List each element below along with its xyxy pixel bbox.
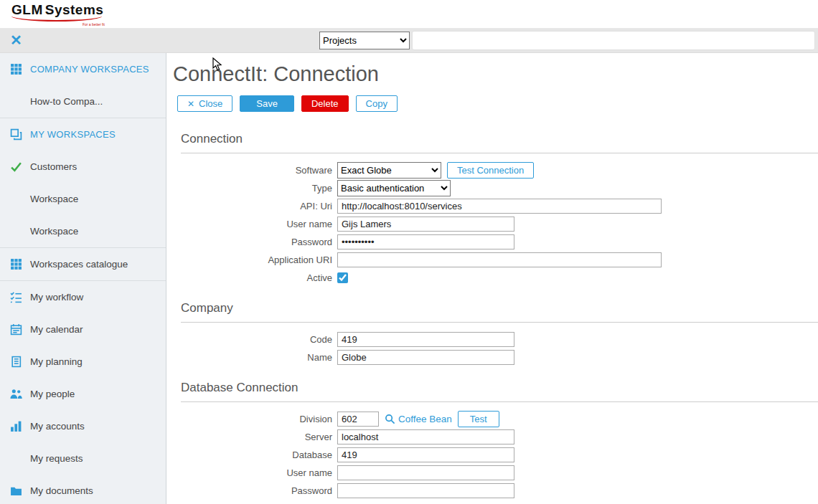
close-button[interactable]: ✕Close	[177, 95, 232, 112]
server-input[interactable]	[337, 429, 514, 444]
page-title: ConnectIt: Connection	[173, 62, 818, 86]
sidebar-item-label: Workspace	[30, 226, 78, 237]
workflow-checklist-icon	[10, 291, 30, 303]
logo-tagline: For a better fit	[11, 22, 105, 27]
sidebar-item-my-workflow[interactable]: My workflow	[0, 281, 166, 313]
form-row-name: Name	[173, 348, 818, 366]
calendar-icon	[10, 323, 30, 336]
accounts-icon	[10, 420, 30, 432]
sidebar-item-label: Workspace	[30, 194, 78, 204]
documents-folder-icon	[10, 485, 30, 497]
division-lookup-icon[interactable]	[385, 414, 395, 424]
sidebar-item-customers[interactable]: Customers	[0, 151, 166, 183]
form-row-code: Code	[173, 331, 818, 348]
application-uri-input[interactable]	[337, 252, 662, 267]
division-input[interactable]	[337, 412, 379, 427]
password-label: Password	[181, 237, 332, 247]
sidebar-item-label: My planning	[30, 356, 83, 367]
db-password-label: Password	[181, 485, 332, 496]
active-checkbox[interactable]	[337, 272, 348, 283]
sidebar-item-label: How-to Compa...	[30, 96, 103, 107]
sidebar-item-label: Workspaces catalogue	[30, 259, 128, 270]
division-value-link[interactable]: Coffee Bean	[398, 414, 452, 424]
form-row-application-uri: Application URI	[173, 251, 818, 269]
sidebar-item-label: COMPANY WORKSPACES	[30, 64, 149, 75]
form-row-division: Division Coffee Bean Test	[173, 410, 818, 428]
form-row-active: Active	[173, 269, 818, 287]
active-label: Active	[181, 272, 332, 283]
logo-name: GLM	[11, 2, 43, 17]
api-uri-label: API: Uri	[181, 201, 332, 211]
code-label: Code	[181, 334, 332, 345]
sidebar-item-my-people[interactable]: My people	[0, 378, 166, 410]
people-icon	[10, 388, 30, 400]
form-row-db-user-name: User name	[173, 464, 818, 482]
catalogue-grid-icon	[10, 258, 30, 270]
form-row-db-password: Password	[173, 482, 818, 500]
sidebar-item-label: Customers	[30, 161, 77, 172]
code-input[interactable]	[337, 332, 514, 347]
projects-dropdown[interactable]: Projects	[319, 32, 410, 49]
form-row-password: Password	[173, 233, 818, 251]
section-title-connection: Connection	[181, 132, 818, 153]
application-uri-label: Application URI	[181, 255, 332, 265]
db-user-name-input[interactable]	[337, 465, 514, 480]
name-label: Name	[181, 352, 332, 363]
form-row-status: Status	[173, 500, 818, 504]
sidebar-item-label: My documents	[30, 485, 93, 496]
db-password-input[interactable]	[337, 483, 514, 498]
sidebar-item-my-calendar[interactable]: My calendar	[0, 313, 166, 346]
sidebar-item-label: My workflow	[30, 292, 83, 303]
db-user-name-label: User name	[181, 467, 332, 478]
user-name-label: User name	[181, 219, 332, 229]
form-row-database: Database	[173, 446, 818, 464]
software-select[interactable]: Exact Globe	[337, 162, 441, 179]
form-row-server: Server	[173, 428, 818, 446]
toolbar-search-input[interactable]	[412, 31, 815, 50]
test-connection-button[interactable]: Test Connection	[447, 162, 534, 179]
api-uri-input[interactable]	[337, 199, 662, 214]
close-panel-icon[interactable]: ✕	[10, 32, 22, 49]
close-icon: ✕	[187, 99, 194, 109]
workspaces-icon	[10, 128, 30, 141]
name-input[interactable]	[337, 350, 514, 365]
sidebar-item-label: My calendar	[30, 324, 83, 335]
toolbar: ✕ Projects	[0, 29, 818, 53]
delete-button[interactable]: Delete	[301, 95, 349, 112]
sidebar-item-my-planning[interactable]: My planning	[0, 346, 166, 378]
logo-text: GLMSystems	[11, 2, 108, 18]
app-header: GLMSystems For a better fit	[0, 0, 818, 29]
sidebar-item-workspace-1[interactable]: Workspace	[0, 183, 166, 215]
planning-icon	[10, 356, 30, 368]
form-row-api-uri: API: Uri	[173, 197, 818, 215]
type-select[interactable]: Basic authentication	[337, 180, 451, 196]
division-test-button[interactable]: Test	[458, 411, 499, 427]
company-grid-icon	[10, 63, 30, 75]
sidebar-item-workspaces-catalogue[interactable]: Workspaces catalogue	[0, 248, 166, 280]
form-row-type: Type Basic authentication	[173, 179, 818, 197]
close-button-label: Close	[199, 98, 222, 109]
user-name-input[interactable]	[337, 217, 514, 232]
green-check-icon	[10, 161, 30, 173]
form-row-user-name: User name	[173, 215, 818, 233]
copy-button[interactable]: Copy	[356, 95, 398, 112]
sidebar-item-label: My requests	[30, 453, 83, 464]
sidebar-item-my-workspaces[interactable]: MY WORKSPACES	[0, 118, 166, 151]
sidebar-item-label: My accounts	[30, 421, 85, 432]
sidebar-item-my-accounts[interactable]: My accounts	[0, 410, 166, 442]
database-label: Database	[181, 450, 332, 460]
sidebar-item-how-to-company[interactable]: How-to Compa...	[0, 85, 166, 118]
sidebar-item-my-requests[interactable]: My requests	[0, 442, 166, 475]
logo: GLMSystems For a better fit	[11, 2, 108, 27]
password-input[interactable]	[337, 234, 514, 249]
sidebar-item-workspace-2[interactable]: Workspace	[0, 215, 166, 247]
sidebar-item-company-workspaces[interactable]: COMPANY WORKSPACES	[0, 53, 166, 85]
section-title-database-connection: Database Connection	[181, 381, 818, 402]
database-input[interactable]	[337, 447, 514, 462]
logo-suffix: Systems	[45, 2, 104, 17]
server-label: Server	[181, 432, 332, 442]
section-title-company: Company	[181, 301, 818, 323]
software-label: Software	[181, 165, 332, 176]
save-button[interactable]: Save	[240, 95, 294, 112]
sidebar-item-my-documents[interactable]: My documents	[0, 475, 166, 504]
